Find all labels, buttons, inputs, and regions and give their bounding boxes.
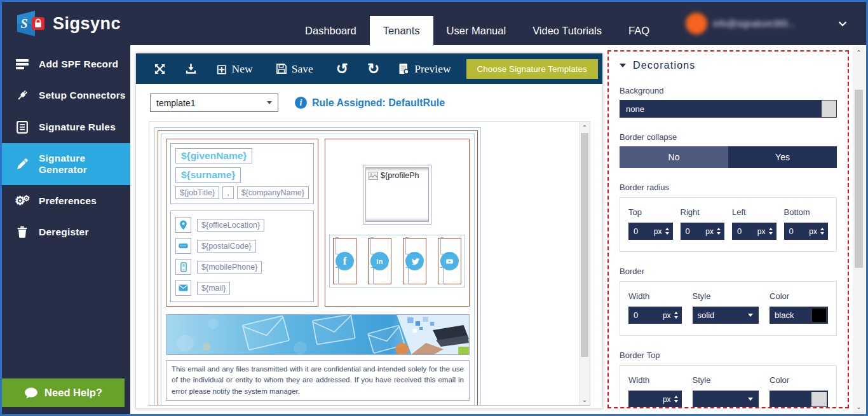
sidebar-item-label: Preferences	[39, 195, 97, 207]
scroll-down-arrow[interactable]: ⌄	[580, 395, 590, 405]
banner-image[interactable]	[166, 314, 470, 355]
scroll-down-arrow[interactable]: ⌄	[853, 402, 865, 412]
nav-faq[interactable]: FAQ	[615, 16, 663, 45]
spinner-arrows[interactable]	[769, 228, 776, 235]
sidebar-item-signature-rules[interactable]: Signature Rules	[2, 111, 130, 143]
linkedin-link[interactable]: in	[368, 238, 391, 284]
given-name-placeholder[interactable]: ${givenName}	[175, 148, 252, 163]
border-width-label: Width	[628, 291, 682, 301]
preview-scrollbar[interactable]: ⌃ ⌄	[579, 122, 590, 405]
border-top-width-label: Width	[628, 375, 682, 385]
undo-icon: ↺	[336, 62, 348, 76]
expand-button[interactable]	[154, 63, 166, 75]
border-radius-group: Top 0 px Right 0 px	[620, 197, 837, 252]
app-logo[interactable]: S Sigsync	[16, 11, 162, 36]
undo-button[interactable]: ↺	[336, 62, 348, 76]
gears-icon: ⚙⚙	[15, 195, 29, 207]
save-button[interactable]: Save	[276, 62, 313, 76]
border-top-color-input[interactable]	[770, 391, 828, 408]
preview-button[interactable]: Preview	[398, 62, 451, 76]
border-width-input[interactable]: 0 px	[628, 307, 682, 324]
border-group: Width 0 px Style solid	[620, 281, 837, 336]
border-top-width-unit: px	[663, 395, 674, 404]
postal-code-row[interactable]: ${postalCode}	[175, 238, 309, 254]
download-button[interactable]	[185, 63, 197, 75]
border-top-style-label: Style	[693, 375, 759, 385]
postal-code-placeholder[interactable]: ${postalCode}	[197, 240, 256, 253]
border-top-color-swatch[interactable]	[811, 392, 827, 406]
office-location-placeholder[interactable]: ${officeLocation}	[197, 219, 264, 232]
redo-button[interactable]: ↻	[367, 62, 379, 76]
spinner-arrows[interactable]	[665, 228, 673, 235]
signature-template[interactable]: ${givenName} ${surname} ${jobTitle} , ${…	[154, 127, 481, 406]
mobile-phone-row[interactable]: ${mobilePhone}	[175, 259, 309, 275]
youtube-link[interactable]	[438, 238, 461, 284]
background-select[interactable]: none	[620, 100, 837, 118]
nav-dashboard[interactable]: Dashboard	[292, 16, 370, 45]
radius-left-input[interactable]: 0 px	[732, 223, 776, 240]
contact-block[interactable]: ${officeLocation} ${postalCode}	[170, 211, 314, 302]
radius-top-input[interactable]: 0 px	[628, 223, 673, 240]
background-color-swatch[interactable]	[822, 101, 836, 117]
signature-right-column[interactable]: ${profilePh f in	[325, 139, 470, 307]
spinner-arrows[interactable]	[820, 228, 828, 235]
twitter-link[interactable]	[403, 238, 426, 284]
choose-signature-templates-button[interactable]: Choose Signature Templates	[466, 59, 598, 79]
spinner-arrows[interactable]	[674, 312, 682, 319]
signature-left-column[interactable]: ${givenName} ${surname} ${jobTitle} , ${…	[166, 139, 318, 307]
company-name-placeholder[interactable]: ${companyName}	[237, 186, 309, 199]
profile-photo-placeholder: ${profilePh	[381, 171, 419, 180]
sidebar-item-add-spf-record[interactable]: Add SPF Record	[2, 49, 130, 80]
mail-row[interactable]: ${mail}	[175, 280, 309, 296]
background-value: none	[620, 104, 644, 114]
office-location-row[interactable]: ${officeLocation}	[175, 217, 309, 233]
surname-placeholder[interactable]: ${surname}	[175, 167, 241, 183]
template-select[interactable]: template1	[150, 94, 278, 112]
radius-bottom-input[interactable]: 0 px	[784, 223, 829, 240]
profile-photo-box[interactable]: ${profilePh	[363, 165, 431, 225]
logo-text: Sigsync	[53, 14, 121, 34]
mail-placeholder[interactable]: ${mail}	[197, 282, 230, 295]
background-label: Background	[620, 86, 837, 95]
border-top-width-input[interactable]: px	[628, 391, 682, 408]
border-color-input[interactable]: black	[770, 307, 828, 324]
border-top-label: Border Top	[620, 350, 837, 360]
save-icon	[276, 63, 287, 74]
new-button[interactable]: ⊞ New	[216, 62, 253, 76]
panel-scrollbar[interactable]: ⌃ ⌄	[853, 46, 865, 413]
facebook-link[interactable]: f	[333, 238, 356, 284]
scroll-up-arrow[interactable]: ⌃	[580, 123, 590, 132]
rule-assigned-text: Rule Assigned: DefaultRule	[312, 97, 445, 109]
sidebar-item-signature-generator[interactable]: Signature Generator	[2, 143, 130, 185]
sidebar-item-preferences[interactable]: ⚙⚙ Preferences	[2, 185, 130, 216]
youtube-icon	[440, 252, 459, 270]
border-top-style-select[interactable]	[693, 391, 759, 408]
border-collapse-yes[interactable]: Yes	[728, 146, 837, 168]
border-color-swatch[interactable]	[811, 308, 827, 322]
spinner-arrows[interactable]	[717, 228, 724, 235]
sidebar-item-deregister[interactable]: Deregister	[2, 216, 130, 248]
need-help-button[interactable]: Need Help?	[2, 378, 125, 407]
sidebar-item-label: Add SPF Record	[39, 59, 118, 70]
scroll-up-arrow[interactable]: ⌃	[853, 48, 865, 57]
name-block[interactable]: ${givenName} ${surname} ${jobTitle} , ${…	[170, 143, 314, 204]
radius-right-input[interactable]: 0 px	[681, 223, 725, 240]
mobile-phone-placeholder[interactable]: ${mobilePhone}	[197, 261, 262, 274]
panel-scrollbar-thumb[interactable]	[855, 90, 863, 268]
nav-user-manual[interactable]: User Manual	[433, 16, 520, 45]
user-menu[interactable]: info@signature365...	[686, 13, 850, 34]
sidebar-item-setup-connectors[interactable]: Setup Connectors	[2, 80, 130, 111]
disclaimer-text[interactable]: This email and any files transmitted wit…	[166, 360, 470, 401]
collapse-triangle-icon	[620, 64, 626, 67]
nav-video-tutorials[interactable]: Video Tutorials	[519, 16, 615, 45]
app-window: S Sigsync Dashboard Tenants User Manual …	[0, 0, 868, 416]
redo-icon: ↻	[367, 62, 379, 76]
nav-tenants[interactable]: Tenants	[370, 16, 433, 45]
border-collapse-no[interactable]: No	[620, 146, 728, 168]
sidebar: Add SPF Record Setup Connectors Signatur…	[2, 45, 130, 414]
job-title-placeholder[interactable]: ${jobTitle}	[175, 186, 219, 199]
decorations-section-header[interactable]: Decorations	[620, 60, 837, 71]
border-style-select[interactable]: solid	[693, 307, 759, 324]
preview-scrollbar-thumb[interactable]	[581, 133, 588, 357]
spinner-arrows[interactable]	[674, 396, 682, 403]
